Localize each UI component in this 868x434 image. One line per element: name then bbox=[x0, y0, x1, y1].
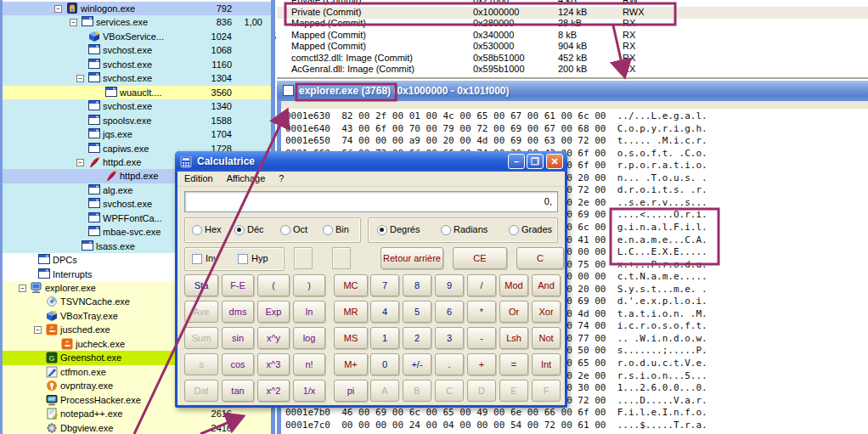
calc-key-n[interactable]: n! bbox=[293, 353, 325, 375]
calc-key-e[interactable]: E bbox=[499, 380, 528, 402]
calc-key-6[interactable]: 6 bbox=[435, 301, 464, 323]
radio-oct[interactable]: Oct bbox=[280, 224, 307, 234]
calc-key-5[interactable]: 5 bbox=[403, 301, 431, 323]
memory-region-row[interactable]: comctl32.dll: Image (Commit)0x58b5100045… bbox=[277, 53, 868, 65]
calc-key-1[interactable]: 1 bbox=[370, 327, 399, 349]
tree-expander-icon[interactable]: − bbox=[54, 5, 62, 13]
calc-key-xy[interactable]: x^y bbox=[257, 327, 290, 349]
radio-déc[interactable]: Déc bbox=[234, 224, 264, 234]
calc-key-f[interactable]: F bbox=[532, 380, 561, 402]
radio-hex[interactable]: Hex bbox=[192, 224, 222, 234]
calc-key-ms[interactable]: MS bbox=[334, 327, 368, 349]
memory-region-row[interactable]: Private (Commit)0x1000000124 kBRWX bbox=[277, 7, 868, 19]
calc-key-mod[interactable]: Mod bbox=[499, 274, 528, 296]
calc-key-[interactable]: +/- bbox=[403, 353, 431, 375]
calc-key-ln[interactable]: ln bbox=[293, 301, 325, 323]
calc-key-[interactable]: ( bbox=[257, 274, 290, 296]
menu-affichage[interactable]: Affichage bbox=[220, 172, 273, 183]
calc-key-xor[interactable]: Xor bbox=[532, 301, 561, 323]
calc-key-8[interactable]: 8 bbox=[403, 274, 431, 296]
memory-region-row[interactable]: AcGenral.dll: Image (Commit)0x595b100020… bbox=[277, 64, 868, 76]
process-name: ctfmon.exe bbox=[60, 367, 106, 377]
calc-key-x2[interactable]: x^2 bbox=[257, 380, 290, 402]
process-row[interactable]: notepad++.exe2616 bbox=[3, 407, 273, 421]
calc-key-[interactable]: = bbox=[499, 353, 528, 375]
calc-key-b[interactable]: B bbox=[403, 380, 431, 402]
radio-degrés[interactable]: Degrés bbox=[377, 224, 420, 234]
calc-key-ave[interactable]: Ave bbox=[184, 301, 218, 323]
calc-key-mr[interactable]: MR bbox=[334, 301, 368, 323]
calc-key-4[interactable]: 4 bbox=[370, 301, 399, 323]
tree-expander-icon[interactable]: − bbox=[76, 75, 84, 82]
calc-key-a[interactable]: A bbox=[370, 380, 399, 402]
calc-key-m[interactable]: M+ bbox=[334, 353, 368, 375]
menu-help[interactable]: ? bbox=[272, 172, 290, 183]
process-row[interactable]: spoolsv.exe1588 bbox=[3, 114, 273, 128]
calc-key-log[interactable]: log bbox=[293, 327, 325, 349]
process-row[interactable]: wuauclt....3560 bbox=[3, 86, 273, 100]
process-row[interactable]: VBoxService...10245 bbox=[3, 30, 273, 44]
calc-key-lsh[interactable]: Lsh bbox=[499, 327, 528, 349]
memory-region-row[interactable]: Mapped (Commit)0x28000028 kBRX bbox=[277, 18, 868, 30]
radio-bin[interactable]: Bin bbox=[323, 224, 349, 234]
process-row[interactable]: svchost.exe1160 bbox=[3, 58, 273, 72]
tree-expander-icon[interactable]: − bbox=[70, 19, 77, 26]
calc-key-1x[interactable]: 1/x bbox=[293, 380, 325, 402]
calc-key-int[interactable]: Int bbox=[532, 353, 561, 375]
calc-key-3[interactable]: 3 bbox=[435, 327, 464, 349]
calc-key-d[interactable]: D bbox=[467, 380, 496, 402]
process-row[interactable]: Dbgview.exe2416 bbox=[3, 421, 273, 434]
process-row[interactable]: jqs.exe1704 bbox=[3, 127, 273, 142]
calc-key-fe[interactable]: F-E bbox=[222, 274, 254, 296]
checkbox-hyp[interactable]: Hyp bbox=[238, 253, 268, 263]
calc-key-mc[interactable]: MC bbox=[334, 274, 368, 296]
radio-grades[interactable]: Grades bbox=[509, 224, 552, 234]
calculator-display[interactable]: 0, bbox=[184, 191, 558, 212]
calc-key-tan[interactable]: tan bbox=[222, 380, 254, 402]
process-row[interactable]: −svchost.exe1304 bbox=[3, 71, 273, 86]
calc-key-not[interactable]: Not bbox=[532, 327, 561, 349]
calc-key-0[interactable]: 0 bbox=[370, 353, 399, 375]
calc-key-exp[interactable]: Exp bbox=[257, 301, 290, 323]
calc-key-pi[interactable]: pi bbox=[334, 380, 368, 402]
region-address: 0x340000 bbox=[473, 30, 514, 40]
tree-expander-icon[interactable]: − bbox=[19, 285, 26, 292]
calc-key-x3[interactable]: x^3 bbox=[257, 353, 290, 375]
backspace-button[interactable]: Retour arrière bbox=[380, 247, 443, 269]
memory-region-row[interactable]: Mapped (Commit)0x530000904 kBRX bbox=[277, 41, 868, 53]
process-row[interactable]: −winlogon.exe792 bbox=[3, 2, 273, 16]
memory-region-row[interactable]: Mapped (Commit)0x3400008 kBRX bbox=[277, 30, 868, 42]
calc-key-or[interactable]: Or bbox=[499, 301, 528, 323]
calc-key-[interactable]: * bbox=[467, 301, 496, 323]
clear-button[interactable]: C bbox=[516, 247, 564, 269]
radio-radians[interactable]: Radians bbox=[441, 224, 488, 234]
calc-key-cos[interactable]: cos bbox=[222, 353, 254, 375]
tree-expander-icon[interactable]: − bbox=[76, 159, 84, 166]
calc-key-sin[interactable]: sin bbox=[222, 327, 254, 349]
close-button[interactable]: ✕ bbox=[546, 154, 563, 169]
calc-key-dms[interactable]: dms bbox=[222, 301, 254, 323]
calc-key-dat[interactable]: Dat bbox=[184, 380, 218, 402]
calc-key-[interactable]: / bbox=[467, 274, 496, 296]
process-row[interactable]: svchost.exe1068 bbox=[3, 43, 273, 58]
tree-expander-icon[interactable]: − bbox=[34, 326, 42, 334]
calc-key-c[interactable]: C bbox=[435, 380, 464, 402]
calc-key-9[interactable]: 9 bbox=[435, 274, 464, 296]
maximize-button[interactable]: ❐ bbox=[527, 154, 544, 169]
menu-edition[interactable]: Edition bbox=[178, 172, 220, 183]
checkbox-inv[interactable]: Inv bbox=[192, 253, 218, 263]
calc-key-[interactable]: - bbox=[467, 327, 496, 349]
calc-key-s[interactable]: s bbox=[184, 353, 218, 375]
calc-key-[interactable]: . bbox=[435, 353, 464, 375]
calc-key-and[interactable]: And bbox=[532, 274, 561, 296]
calc-key-sta[interactable]: Sta bbox=[184, 274, 218, 296]
process-row[interactable]: svchost.exe1340 bbox=[3, 99, 273, 114]
clear-entry-button[interactable]: CE bbox=[453, 247, 507, 269]
calc-key-[interactable]: ) bbox=[293, 274, 325, 296]
calc-key-7[interactable]: 7 bbox=[370, 274, 399, 296]
calc-key-[interactable]: + bbox=[467, 353, 496, 375]
calc-key-2[interactable]: 2 bbox=[403, 327, 431, 349]
minimize-button[interactable]: – bbox=[508, 154, 525, 169]
calc-key-sum[interactable]: Sum bbox=[184, 327, 218, 349]
process-row[interactable]: −services.exe8361,00 bbox=[3, 15, 273, 30]
